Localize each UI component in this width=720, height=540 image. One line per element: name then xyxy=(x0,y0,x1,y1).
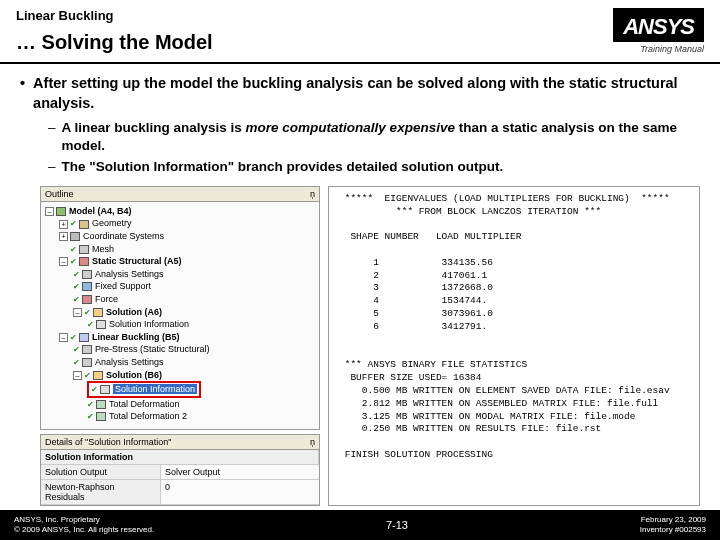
tree-anset2[interactable]: ✔Analysis Settings xyxy=(45,356,315,369)
tree-td1[interactable]: ✔Total Deformation xyxy=(45,398,315,411)
tree-anset1[interactable]: ✔Analysis Settings xyxy=(45,268,315,281)
footer-proprietary: ANSYS, Inc. Proprietary xyxy=(14,515,154,525)
tree-prestress[interactable]: ✔Pre-Stress (Static Structural) xyxy=(45,343,315,356)
outline-panel: Outlineņ –Model (A4, B4) +✔Geometry +Coo… xyxy=(40,186,320,430)
training-manual-label: Training Manual xyxy=(613,44,704,54)
tree-td2[interactable]: ✔Total Deformation 2 xyxy=(45,410,315,423)
tree-solinfoA[interactable]: ✔Solution Information xyxy=(45,318,315,331)
tree-mesh[interactable]: ✔Mesh xyxy=(45,243,315,256)
slide-title: … Solving the Model xyxy=(16,31,613,54)
footer-date: February 23, 2009 xyxy=(640,515,706,525)
tree-solB[interactable]: –✔Solution (B6) xyxy=(45,369,315,382)
details-title: Details of "Solution Information" xyxy=(45,437,171,447)
footer: ANSYS, Inc. Proprietary © 2009 ANSYS, In… xyxy=(0,510,720,540)
footer-copyright: © 2009 ANSYS, Inc. All rights reserved. xyxy=(14,525,154,535)
tree-force[interactable]: ✔Force xyxy=(45,293,315,306)
tree-geometry[interactable]: +✔Geometry xyxy=(45,217,315,230)
details-panel: Details of "Solution Information"ņ Solut… xyxy=(40,434,320,506)
topic-label: Linear Buckling xyxy=(16,8,613,23)
divider xyxy=(0,62,720,64)
detail-label-1: Solution Output xyxy=(41,465,161,479)
tree-solinfoB[interactable]: ✔Solution Information xyxy=(45,381,315,398)
page-number: 7-13 xyxy=(154,519,640,531)
bullet-main: • After setting up the model the bucklin… xyxy=(20,74,700,113)
tree-static[interactable]: –✔Static Structural (A5) xyxy=(45,255,315,268)
tree-coord[interactable]: +Coordinate Systems xyxy=(45,230,315,243)
sub-bullet-2: – The "Solution Information" branch prov… xyxy=(48,158,700,176)
bullet-main-text: After setting up the model the buckling … xyxy=(33,74,700,113)
solver-output: ***** EIGENVALUES (LOAD MULTIPLIERS FOR … xyxy=(328,186,700,506)
detail-label-2: Newton-Raphson Residuals xyxy=(41,480,161,504)
tree-model[interactable]: –Model (A4, B4) xyxy=(45,205,315,218)
details-section: Solution Information xyxy=(41,450,319,464)
tree-solA[interactable]: –✔Solution (A6) xyxy=(45,306,315,319)
footer-inventory: Inventory #002593 xyxy=(640,525,706,535)
tree-fixed[interactable]: ✔Fixed Support xyxy=(45,280,315,293)
sub-bullet-1: – A linear buckling analysis is more com… xyxy=(48,119,700,155)
detail-value-2[interactable]: 0 xyxy=(161,480,319,504)
outline-title: Outline xyxy=(45,189,74,199)
tree-linbuck[interactable]: –✔Linear Buckling (B5) xyxy=(45,331,315,344)
logo-text: ANSYS xyxy=(623,14,694,39)
detail-value-1[interactable]: Solver Output xyxy=(161,465,319,479)
ansys-logo: ANSYS xyxy=(613,8,704,42)
